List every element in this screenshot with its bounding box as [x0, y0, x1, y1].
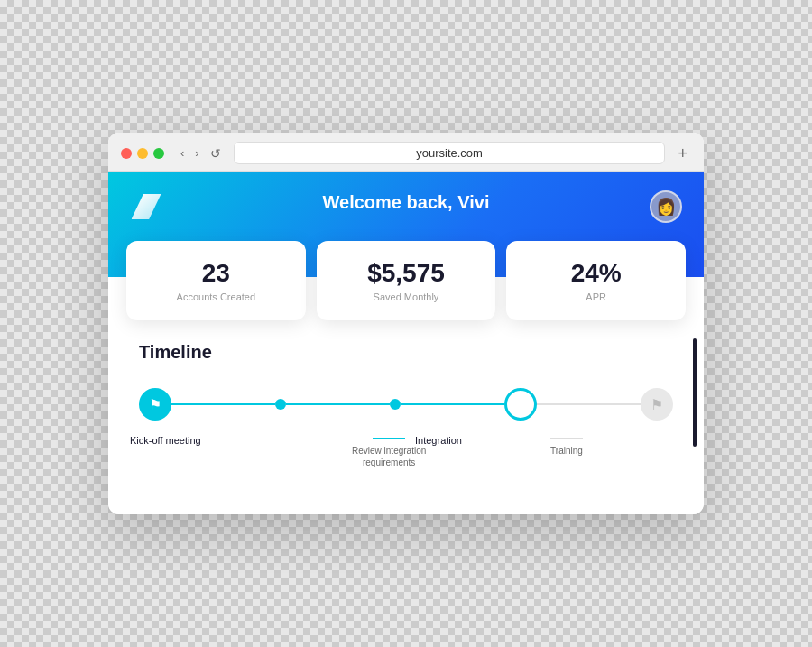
- timeline-node-dot2: [390, 399, 401, 410]
- training-sublabel: Training: [550, 445, 583, 457]
- kickoff-label: Kick-off meeting: [130, 435, 201, 446]
- timeline-node-active: [504, 388, 537, 421]
- close-button[interactable]: [121, 148, 132, 159]
- refresh-button[interactable]: ↺: [207, 144, 225, 162]
- timeline-title: Timeline: [139, 342, 673, 363]
- review-sublabel: Review integrationrequirements: [352, 445, 426, 468]
- new-tab-button[interactable]: +: [674, 145, 691, 162]
- stat-value-savings: $5,575: [331, 259, 482, 288]
- label-training: Training: [550, 435, 583, 457]
- user-avatar[interactable]: 👩: [650, 190, 682, 223]
- nav-buttons: ‹ › ↺: [177, 144, 225, 162]
- logo-shape: [132, 194, 161, 219]
- label-integration: Integration: [415, 435, 462, 446]
- timeline-node-kickoff: ⚑: [139, 388, 171, 421]
- training-underline: [550, 438, 583, 439]
- stat-card-accounts: 23 Accounts Created: [126, 241, 306, 320]
- stats-section: 23 Accounts Created $5,575 Saved Monthly…: [126, 241, 686, 320]
- app-content: Welcome back, Vivi 👩 23 Accounts Created…: [108, 172, 704, 514]
- minimize-button[interactable]: [137, 148, 148, 159]
- maximize-button[interactable]: [153, 148, 164, 159]
- stat-label-accounts: Accounts Created: [141, 291, 291, 302]
- browser-chrome: ‹ › ↺ yoursite.com +: [108, 133, 704, 172]
- label-kickoff: Kick-off meeting: [130, 435, 201, 446]
- stat-value-accounts: 23: [141, 259, 291, 288]
- timeline-node-future: ⚑: [641, 388, 673, 421]
- stat-card-savings: $5,575 Saved Monthly: [317, 241, 496, 320]
- timeline-line-2: [286, 403, 390, 405]
- app-logo: [130, 190, 162, 223]
- review-underline: [373, 438, 405, 439]
- browser-window: ‹ › ↺ yoursite.com + Welcome back, Vivi …: [108, 133, 704, 514]
- app-body: Timeline ⚑: [108, 320, 704, 514]
- stat-label-savings: Saved Monthly: [331, 291, 482, 302]
- scrollbar[interactable]: [693, 338, 697, 447]
- traffic-lights: [121, 148, 164, 159]
- back-button[interactable]: ‹: [177, 144, 188, 162]
- stat-card-apr: 24% APR: [506, 241, 686, 320]
- address-bar[interactable]: yoursite.com: [234, 142, 666, 164]
- integration-label: Integration: [415, 435, 462, 446]
- stat-label-apr: APR: [521, 291, 671, 302]
- timeline-labels: Kick-off meeting Review integrationrequi…: [139, 435, 673, 493]
- welcome-text: Welcome back, Vivi: [323, 192, 490, 212]
- timeline-line-3: [401, 403, 504, 405]
- timeline-section: Timeline ⚑: [130, 342, 682, 493]
- timeline-track: ⚑: [139, 388, 673, 421]
- forward-button[interactable]: ›: [191, 144, 202, 162]
- header-title-area: Welcome back, Vivi: [323, 192, 490, 213]
- stat-value-apr: 24%: [521, 259, 671, 288]
- timeline-line-1: [171, 403, 275, 405]
- timeline-line-4: [537, 403, 641, 405]
- timeline-node-dot1: [275, 399, 286, 410]
